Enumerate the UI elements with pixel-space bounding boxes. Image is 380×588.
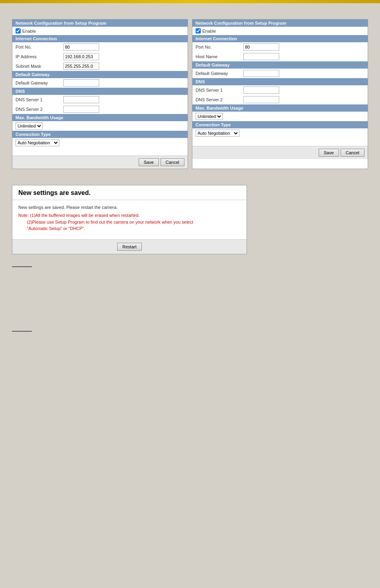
- left-subnet-label: Subnet Mask: [16, 64, 63, 69]
- right-internet-header: Internet Connection: [192, 35, 368, 42]
- left-port-input[interactable]: [63, 43, 99, 51]
- left-ip-row: IP Address: [12, 52, 188, 61]
- note-line2: (2)Please use Setup Program to find out …: [27, 220, 193, 224]
- right-gateway-row: Default Gateway: [192, 69, 368, 78]
- left-enable-label: Enable: [22, 29, 70, 33]
- right-bandwidth-select[interactable]: Unlimited: [196, 113, 223, 120]
- right-dns2-label: DNS Server 2: [196, 97, 243, 102]
- note-prefix: Note:: [18, 213, 29, 218]
- left-gateway-row: Default Gateway: [12, 78, 188, 88]
- save-dialog-body: New settings are saved. Please restart t…: [12, 200, 247, 239]
- restart-button[interactable]: Restart: [117, 243, 141, 251]
- left-conntype-select[interactable]: Auto Negotiation: [16, 139, 59, 146]
- right-bandwidth-row: Unlimited: [192, 112, 368, 121]
- left-bandwidth-header: Max. Bandwidth Usage: [12, 114, 188, 121]
- page-content: Network Configuration from Setup Program…: [0, 3, 380, 352]
- left-conntype-header: Connection Type: [12, 131, 188, 138]
- right-enable-checkbox[interactable]: [196, 28, 201, 33]
- save-dialog-footer: Restart: [12, 239, 247, 254]
- right-gateway-label: Default Gateway: [196, 71, 243, 76]
- left-panel: Network Configuration from Setup Program…: [12, 19, 188, 169]
- left-cancel-button[interactable]: Cancel: [161, 158, 184, 166]
- left-enable-checkbox[interactable]: [16, 28, 21, 33]
- save-dialog-title: New settings are saved.: [12, 185, 247, 200]
- left-gateway-input[interactable]: [63, 79, 99, 87]
- left-ip-label: IP Address: [16, 54, 63, 59]
- left-dns1-input[interactable]: [63, 96, 99, 103]
- left-dns2-input[interactable]: [63, 106, 99, 113]
- left-dns1-label: DNS Server 1: [16, 97, 63, 102]
- left-panel-header: Network Configuration from Setup Program: [12, 20, 188, 27]
- save-dialog: New settings are saved. New settings are…: [12, 185, 247, 254]
- right-cancel-button[interactable]: Cancel: [341, 149, 364, 157]
- left-conntype-row: Auto Negotiation: [12, 138, 188, 147]
- left-subnet-input[interactable]: [63, 63, 99, 70]
- right-hostname-label: Host Name: [196, 54, 243, 59]
- left-panel-footer: Save Cancel: [12, 155, 188, 169]
- note-line3: "Automatic Setup" or "DHCP".: [27, 226, 85, 231]
- right-port-input[interactable]: [243, 43, 279, 51]
- left-gateway-header: Default Gateway: [12, 71, 188, 78]
- left-bandwidth-select[interactable]: Unlimited: [16, 122, 43, 130]
- right-dns-header: DNS: [192, 78, 368, 85]
- right-conntype-select[interactable]: Auto Negotiation: [196, 130, 239, 137]
- right-dns1-row: DNS Server 1: [192, 85, 368, 95]
- left-dns2-row: DNS Server 2: [12, 104, 188, 114]
- right-gateway-input[interactable]: [243, 70, 279, 77]
- right-conntype-row: Auto Negotiation: [192, 128, 368, 138]
- right-save-button[interactable]: Save: [319, 149, 339, 157]
- right-panel-header: Network Configuration from Setup Program: [192, 20, 368, 27]
- separator-line-2: [12, 331, 32, 332]
- left-subnet-row: Subnet Mask: [12, 61, 188, 71]
- right-dns1-input[interactable]: [243, 87, 279, 94]
- left-save-button[interactable]: Save: [139, 158, 159, 166]
- spacer-area-1: [12, 279, 368, 319]
- right-bandwidth-header: Max. Bandwidth Usage: [192, 104, 368, 112]
- right-dns2-input[interactable]: [243, 96, 279, 103]
- top-bar: [0, 0, 380, 3]
- left-dns1-row: DNS Server 1: [12, 95, 188, 104]
- right-dns2-row: DNS Server 2: [192, 95, 368, 104]
- right-hostname-input[interactable]: [243, 53, 279, 60]
- left-ip-input[interactable]: [63, 53, 99, 60]
- right-dns1-label: DNS Server 1: [196, 88, 243, 92]
- left-enable-row: Enable: [12, 27, 188, 35]
- separator-line-1: [12, 266, 32, 267]
- left-dns2-label: DNS Server 2: [16, 107, 63, 112]
- right-enable-row: Enable: [192, 27, 368, 35]
- right-conntype-header: Connection Type: [192, 121, 368, 128]
- panels-row: Network Configuration from Setup Program…: [12, 19, 368, 169]
- save-dialog-note: Note: (1)All the buffered images will be…: [18, 212, 241, 232]
- right-panel-footer: Save Cancel: [192, 146, 368, 159]
- right-port-label: Port No.: [196, 45, 243, 49]
- right-port-row: Port No.: [192, 42, 368, 52]
- left-port-row: Port No.: [12, 42, 188, 52]
- right-enable-label: Enable: [202, 29, 250, 33]
- right-panel: Network Configuration from Setup Program…: [192, 19, 368, 169]
- left-gateway-label: Default Gateway: [16, 81, 63, 85]
- left-internet-header: Internet Connection: [12, 35, 188, 42]
- left-bandwidth-row: Unlimited: [12, 121, 188, 131]
- note-line1: (1)All the buffered images will be erase…: [30, 213, 139, 218]
- right-hostname-row: Host Name: [192, 52, 368, 61]
- save-dialog-message: New settings are saved. Please restart t…: [18, 205, 241, 210]
- right-gateway-header: Default Gateway: [192, 61, 368, 69]
- left-port-label: Port No.: [16, 45, 63, 49]
- left-dns-header: DNS: [12, 88, 188, 95]
